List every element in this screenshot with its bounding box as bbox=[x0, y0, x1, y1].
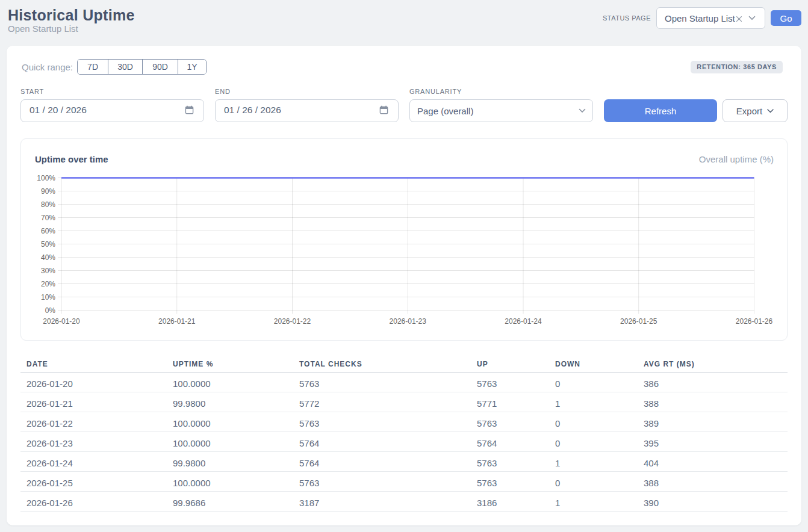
svg-text:40%: 40% bbox=[41, 253, 55, 262]
svg-text:10%: 10% bbox=[41, 293, 55, 302]
svg-text:0%: 0% bbox=[45, 306, 56, 315]
svg-text:2026-01-22: 2026-01-22 bbox=[274, 317, 311, 326]
svg-text:2026-01-20: 2026-01-20 bbox=[43, 317, 80, 326]
svg-text:90%: 90% bbox=[41, 187, 55, 196]
svg-text:80%: 80% bbox=[41, 200, 55, 209]
svg-text:50%: 50% bbox=[41, 240, 55, 249]
svg-text:2026-01-24: 2026-01-24 bbox=[505, 317, 542, 326]
svg-text:2026-01-21: 2026-01-21 bbox=[158, 317, 196, 326]
svg-text:2026-01-26: 2026-01-26 bbox=[736, 317, 773, 326]
svg-text:60%: 60% bbox=[41, 227, 55, 235]
svg-text:2026-01-25: 2026-01-25 bbox=[620, 317, 657, 326]
svg-text:100%: 100% bbox=[37, 174, 55, 182]
svg-text:20%: 20% bbox=[41, 280, 55, 288]
svg-text:2026-01-23: 2026-01-23 bbox=[390, 317, 427, 326]
svg-text:30%: 30% bbox=[41, 267, 55, 275]
svg-text:70%: 70% bbox=[41, 214, 55, 222]
